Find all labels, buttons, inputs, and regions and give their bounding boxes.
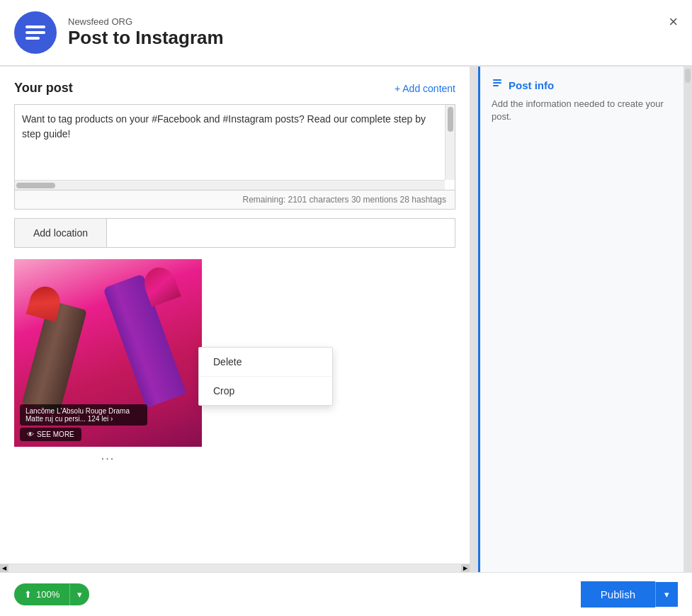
zoom-dropdown-button[interactable]: ▾ bbox=[69, 583, 89, 605]
publish-button[interactable]: Publish bbox=[581, 581, 655, 608]
publish-chevron-icon: ▾ bbox=[664, 589, 669, 600]
eye-icon: 👁 bbox=[27, 430, 34, 438]
textarea-vscroll[interactable] bbox=[445, 105, 455, 180]
publish-dropdown-button[interactable]: ▾ bbox=[655, 582, 678, 607]
zoom-control: ⬆ 100% ▾ bbox=[14, 583, 89, 605]
left-panel: Your post + Add content Want to tag prod… bbox=[0, 67, 470, 572]
content-inner: Your post + Add content Want to tag prod… bbox=[0, 67, 470, 479]
right-vscroll-thumb bbox=[685, 69, 691, 83]
post-image: Lancôme L'Absolu Rouge Drama Matte ruj c… bbox=[14, 259, 202, 447]
logo-icon bbox=[23, 20, 48, 45]
see-more-badge[interactable]: 👁 SEE MORE bbox=[20, 428, 81, 441]
location-input[interactable] bbox=[107, 219, 455, 247]
svg-rect-5 bbox=[493, 85, 499, 86]
upload-icon: ⬆ bbox=[24, 589, 32, 600]
header: Newsfeed ORG Post to Instagram × bbox=[0, 0, 692, 66]
remaining-chars: Remaining: 2101 characters 30 mentions 2… bbox=[14, 190, 455, 210]
h-scroll-track bbox=[8, 564, 461, 573]
your-post-header: Your post + Add content bbox=[14, 81, 455, 96]
product-arrow: › bbox=[110, 415, 113, 423]
zoom-label: 100% bbox=[36, 589, 59, 600]
svg-rect-2 bbox=[25, 37, 40, 40]
your-post-title: Your post bbox=[14, 81, 73, 96]
main-content: Your post + Add content Want to tag prod… bbox=[0, 66, 692, 572]
h-scroll-left-arrow[interactable]: ◀ bbox=[0, 564, 8, 573]
post-textarea[interactable]: Want to tag products on your #Facebook a… bbox=[15, 105, 445, 190]
panel-scroll-divider bbox=[470, 67, 478, 572]
post-info-title: Post info bbox=[509, 79, 554, 91]
scroll-area[interactable]: Your post + Add content Want to tag prod… bbox=[0, 67, 470, 564]
product-label: Lancôme L'Absolu Rouge Drama Matte ruj c… bbox=[25, 407, 130, 423]
add-content-button[interactable]: + Add content bbox=[395, 83, 455, 94]
svg-rect-1 bbox=[25, 31, 45, 34]
org-name: Newsfeed ORG bbox=[68, 16, 224, 27]
add-location-button[interactable]: Add location bbox=[15, 219, 107, 247]
page-title: Post to Instagram bbox=[68, 27, 224, 49]
more-options-button[interactable]: ... bbox=[14, 447, 202, 465]
vscroll-thumb bbox=[448, 107, 453, 132]
svg-rect-4 bbox=[493, 82, 501, 84]
hscroll-thumb bbox=[16, 183, 55, 188]
context-menu: Delete Crop bbox=[198, 347, 333, 406]
post-info-svg-icon bbox=[492, 78, 503, 89]
close-button[interactable]: × bbox=[669, 14, 678, 30]
textarea-hscroll[interactable] bbox=[15, 180, 445, 190]
h-scroll-right-arrow[interactable]: ▶ bbox=[461, 564, 470, 573]
right-panel-vscroll[interactable] bbox=[684, 67, 692, 572]
svg-rect-0 bbox=[25, 25, 45, 28]
textarea-wrapper: Want to tag products on your #Facebook a… bbox=[14, 104, 455, 190]
product-badge: Lancôme L'Absolu Rouge Drama Matte ruj c… bbox=[20, 404, 147, 426]
upload-button[interactable]: ⬆ 100% bbox=[14, 583, 69, 605]
h-scrollbar[interactable]: ◀ ▶ bbox=[0, 564, 470, 572]
header-text: Newsfeed ORG Post to Instagram bbox=[68, 16, 224, 49]
image-container: Lancôme L'Absolu Rouge Drama Matte ruj c… bbox=[14, 259, 202, 465]
add-location-row: Add location bbox=[14, 218, 455, 248]
post-info-icon bbox=[492, 78, 503, 92]
context-menu-delete[interactable]: Delete bbox=[199, 348, 332, 377]
publish-group: Publish ▾ bbox=[581, 581, 678, 608]
post-info-description: Add the information needed to create you… bbox=[492, 98, 672, 123]
right-panel: Post info Add the information needed to … bbox=[478, 67, 684, 572]
app-logo bbox=[14, 11, 57, 54]
post-info-header: Post info bbox=[492, 78, 672, 92]
see-more-label: SEE MORE bbox=[37, 430, 74, 438]
svg-rect-3 bbox=[493, 79, 501, 81]
footer: ⬆ 100% ▾ Publish ▾ bbox=[0, 572, 692, 616]
zoom-chevron-icon: ▾ bbox=[77, 589, 82, 600]
context-menu-crop[interactable]: Crop bbox=[199, 377, 332, 405]
main-window: Newsfeed ORG Post to Instagram × Your po… bbox=[0, 0, 692, 616]
